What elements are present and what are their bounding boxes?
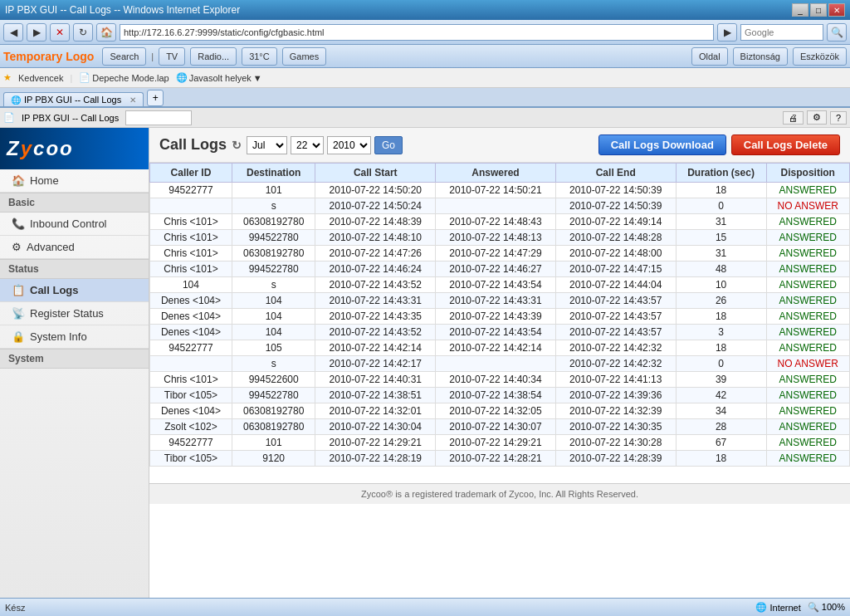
sidebar-item-home[interactable]: 🏠 Home	[0, 169, 149, 193]
table-cell: 104	[150, 277, 232, 293]
refresh-button[interactable]: ↻	[73, 23, 93, 42]
calllog-title-text: Call Logs	[159, 136, 227, 154]
calllog-title-container: Call Logs ↻ Jul JanFebMarApr MayJunAugSe…	[159, 136, 403, 154]
day-select[interactable]: 22	[291, 136, 324, 154]
page-button[interactable]: Oldal	[691, 47, 728, 66]
table-cell: ANSWERED	[766, 246, 849, 262]
table-cell: 104	[232, 325, 315, 340]
tools-options-btn[interactable]: ⚙	[807, 110, 827, 125]
stop-button[interactable]: ✕	[50, 23, 70, 42]
home-icon: 🏠	[12, 174, 25, 187]
table-cell: s	[232, 356, 315, 372]
table-cell: 2010-07-22 14:43:57	[555, 293, 676, 309]
address-bar[interactable]	[120, 24, 714, 41]
table-cell: 2010-07-22 14:50:39	[555, 198, 676, 214]
table-cell: 2010-07-22 14:48:43	[436, 214, 556, 230]
table-cell: 101	[232, 183, 315, 198]
download-button[interactable]: Call Logs Download	[598, 134, 726, 155]
table-cell: ANSWERED	[766, 403, 849, 419]
sysinfo-icon: 🔒	[12, 330, 25, 343]
year-select[interactable]: 2010	[327, 136, 371, 154]
search-input[interactable]	[740, 24, 823, 41]
go-button[interactable]: Go	[374, 136, 403, 154]
table-cell: Chris <101>	[150, 230, 232, 246]
tv-button[interactable]: TV	[159, 47, 185, 66]
sidebar-item-register-status[interactable]: 📡 Register Status	[0, 302, 149, 325]
biztonsag-button[interactable]: Biztonság	[733, 47, 788, 66]
browser-title: IP PBX GUI -- Call Logs -- Windows Inter…	[5, 4, 240, 16]
close-button[interactable]: ✕	[828, 3, 845, 17]
forward-button[interactable]: ▶	[27, 23, 46, 42]
table-cell: 2010-07-22 14:28:21	[436, 451, 556, 467]
table-row: Chris <101>9945227802010-07-22 14:48:102…	[150, 230, 850, 246]
month-select[interactable]: Jul JanFebMarApr MayJunAugSep OctNovDec	[247, 136, 287, 154]
sidebar-home-label: Home	[30, 174, 59, 187]
table-cell: 2010-07-22 14:43:54	[436, 325, 556, 340]
table-cell: 2010-07-22 14:48:39	[315, 214, 436, 230]
table-cell: 2010-07-22 14:48:00	[555, 246, 676, 262]
table-cell: 2010-07-22 14:28:39	[555, 451, 676, 467]
sidebar-item-advanced[interactable]: ⚙ Advanced	[0, 236, 149, 259]
eszkozok-button[interactable]: Eszközök	[793, 47, 847, 66]
page-icon: 📄	[3, 112, 15, 123]
sec-toolbar-left: 📄 IP PBX GUI -- Call Logs	[3, 110, 192, 125]
back-button[interactable]: ◀	[3, 23, 23, 42]
table-row: Denes <104>063081927802010-07-22 14:32:0…	[150, 403, 850, 419]
delete-button[interactable]: Call Logs Delete	[731, 134, 840, 155]
temp-button[interactable]: 31°C	[242, 47, 277, 66]
maximize-button[interactable]: □	[810, 3, 827, 17]
table-cell: 2010-07-22 14:43:31	[315, 293, 436, 309]
table-cell: 2010-07-22 14:47:15	[555, 262, 676, 277]
table-cell: 2010-07-22 14:48:13	[436, 230, 556, 246]
javasolt-dropdown-icon: ▼	[253, 73, 262, 83]
main-container: Zycoo 🏠 Home Basic 📞 Inbound Control ⚙ A…	[0, 128, 850, 598]
minimize-button[interactable]: _	[792, 3, 808, 17]
secondary-toolbar: 📄 IP PBX GUI -- Call Logs 🖨 ⚙ ?	[0, 108, 850, 128]
javasolt-fav[interactable]: 🌐 Javasolt helyek ▼	[176, 72, 262, 83]
sidebar: Zycoo 🏠 Home Basic 📞 Inbound Control ⚙ A…	[0, 128, 149, 598]
table-cell: 2010-07-22 14:43:52	[315, 277, 436, 293]
col-call-start: Call Start	[315, 164, 436, 183]
table-cell: 31	[676, 214, 766, 230]
table-cell: 994522780	[232, 230, 315, 246]
sec-toolbar-right: 🖨 ⚙ ?	[783, 110, 847, 125]
sidebar-sysinfo-label: System Info	[30, 330, 87, 343]
table-row: 945227771012010-07-22 14:29:212010-07-22…	[150, 435, 850, 451]
home-nav-button[interactable]: 🏠	[96, 23, 116, 42]
depeche-fav[interactable]: 📄 Depeche Mode.lap	[79, 72, 169, 83]
sidebar-section-system: System	[0, 349, 149, 369]
sidebar-item-system-info[interactable]: 🔒 System Info	[0, 325, 149, 349]
sidebar-calllogs-label: Call Logs	[30, 284, 79, 296]
new-tab-button[interactable]: +	[147, 90, 164, 106]
radio-button[interactable]: Radio...	[190, 47, 237, 66]
table-cell: 2010-07-22 14:39:36	[555, 388, 676, 403]
search-submit[interactable]: 🔍	[827, 23, 847, 42]
table-cell	[436, 198, 556, 214]
sidebar-item-inbound-control[interactable]: 📞 Inbound Control	[0, 213, 149, 236]
table-cell: ANSWERED	[766, 325, 849, 340]
tab-callogs[interactable]: 🌐 IP PBX GUI -- Call Logs ✕	[3, 92, 144, 106]
refresh-icon[interactable]: ↻	[232, 139, 242, 152]
table-cell: ANSWERED	[766, 230, 849, 246]
kedvencek-label[interactable]: Kedvencek	[18, 73, 63, 83]
table-cell: 2010-07-22 14:29:21	[315, 435, 436, 451]
table-cell: Denes <104>	[150, 325, 232, 340]
sidebar-section-status: Status	[0, 259, 149, 279]
tab-close-icon[interactable]: ✕	[129, 95, 136, 105]
search-toolbar-button[interactable]: Search	[102, 47, 146, 66]
games-button[interactable]: Games	[282, 47, 326, 66]
table-cell: 2010-07-22 14:47:26	[315, 246, 436, 262]
sidebar-item-call-logs[interactable]: 📋 Call Logs	[0, 279, 149, 302]
tools-print-btn[interactable]: 🖨	[783, 111, 804, 125]
tools-help-btn[interactable]: ?	[830, 111, 847, 125]
table-cell: Zsolt <102>	[150, 419, 232, 435]
go-button[interactable]: ▶	[717, 23, 737, 42]
table-row: s2010-07-22 14:42:172010-07-22 14:42:320…	[150, 356, 850, 372]
page-input[interactable]	[125, 110, 192, 125]
table-cell: Tibor <105>	[150, 388, 232, 403]
table-cell: ANSWERED	[766, 214, 849, 230]
table-cell: 2010-07-22 14:32:39	[555, 403, 676, 419]
table-cell: 2010-07-22 14:50:39	[555, 183, 676, 198]
table-cell: ANSWERED	[766, 309, 849, 325]
sidebar-section-basic: Basic	[0, 193, 149, 213]
